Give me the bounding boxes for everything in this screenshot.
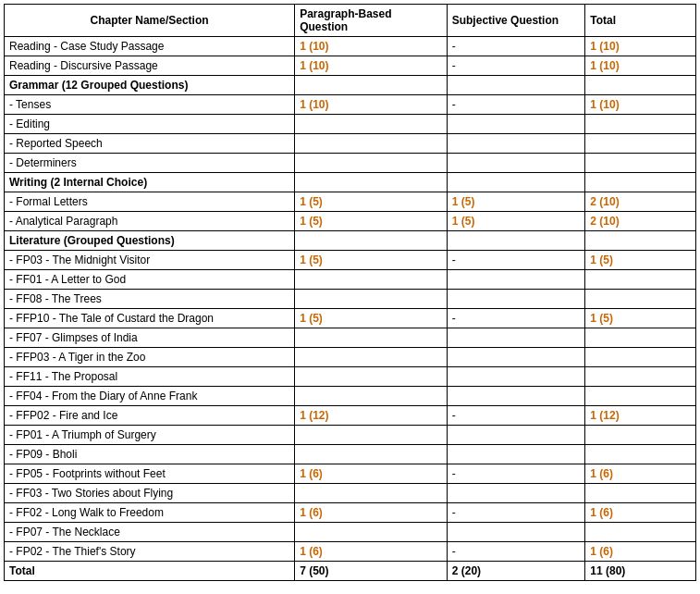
total-cell: 1 (5)	[585, 251, 696, 270]
table-row: Reading - Case Study Passage1 (10)-1 (10…	[5, 37, 696, 56]
subj-cell	[447, 270, 585, 290]
subj-cell: 1 (5)	[447, 212, 585, 231]
subj-cell: -	[447, 95, 585, 115]
total-cell	[585, 173, 696, 192]
subj-cell	[447, 290, 585, 309]
para-cell: 1 (10)	[295, 95, 448, 115]
table-row: - FF04 - From the Diary of Anne Frank	[5, 387, 696, 406]
para-cell	[295, 115, 448, 134]
table-row: - Reported Speech	[5, 134, 696, 154]
para-cell	[295, 484, 448, 503]
para-cell	[295, 173, 448, 192]
total-cell: 11 (80)	[585, 562, 696, 581]
chapter-cell: - FF08 - The Trees	[5, 290, 295, 309]
total-cell: 1 (10)	[585, 37, 696, 56]
para-cell: 1 (6)	[295, 542, 448, 562]
chapter-cell: - FP03 - The Midnight Visitor	[5, 251, 295, 270]
total-cell	[585, 270, 696, 290]
total-cell	[585, 134, 696, 154]
subj-cell	[447, 328, 585, 348]
total-cell: 1 (5)	[585, 309, 696, 328]
para-cell	[295, 367, 448, 387]
total-cell	[585, 76, 696, 95]
header-subj: Subjective Question	[447, 5, 585, 37]
para-cell	[295, 154, 448, 173]
subj-cell	[447, 367, 585, 387]
table-row: Literature (Grouped Questions)	[5, 231, 696, 251]
table-row: - FF08 - The Trees	[5, 290, 696, 309]
table-row: - Analytical Paragraph1 (5)1 (5)2 (10)	[5, 212, 696, 231]
para-cell	[295, 426, 448, 445]
header-total: Total	[585, 5, 696, 37]
total-cell: 1 (6)	[585, 542, 696, 562]
para-cell: 1 (10)	[295, 37, 448, 56]
table-row: Total7 (50)2 (20)11 (80)	[5, 562, 696, 581]
total-cell	[585, 231, 696, 251]
subj-cell	[447, 445, 585, 464]
chapter-cell: - FF07 - Glimpses of India	[5, 328, 295, 348]
para-cell: 1 (10)	[295, 56, 448, 76]
total-cell	[585, 426, 696, 445]
para-cell: 1 (5)	[295, 309, 448, 328]
table-row: - FP02 - The Thief's Story1 (6)-1 (6)	[5, 542, 696, 562]
total-cell	[585, 115, 696, 134]
total-cell: 2 (10)	[585, 192, 696, 212]
table-row: - Determiners	[5, 154, 696, 173]
subj-cell: -	[447, 406, 585, 426]
table-row: - FP03 - The Midnight Visitor1 (5)-1 (5)	[5, 251, 696, 270]
table-row: - FF02 - Long Walk to Freedom1 (6)-1 (6)	[5, 503, 696, 523]
subj-cell	[447, 76, 585, 95]
total-cell	[585, 348, 696, 367]
total-cell: 1 (12)	[585, 406, 696, 426]
para-cell	[295, 445, 448, 464]
chapter-cell: - FF11 - The Proposal	[5, 367, 295, 387]
table-row: - FP07 - The Necklace	[5, 523, 696, 542]
chapter-cell: - Tenses	[5, 95, 295, 115]
para-cell	[295, 387, 448, 406]
chapter-cell: - FP07 - The Necklace	[5, 523, 295, 542]
subj-cell	[447, 134, 585, 154]
chapter-cell: Writing (2 Internal Choice)	[5, 173, 295, 192]
header-row: Chapter Name/Section Paragraph-Based Que…	[5, 5, 696, 37]
total-cell	[585, 328, 696, 348]
chapter-cell: - FF01 - A Letter to God	[5, 270, 295, 290]
para-cell	[295, 290, 448, 309]
chapter-cell: - FP01 - A Triumph of Surgery	[5, 426, 295, 445]
table-row: - FF11 - The Proposal	[5, 367, 696, 387]
chapter-cell: - FP09 - Bholi	[5, 445, 295, 464]
table-row: Grammar (12 Grouped Questions)	[5, 76, 696, 95]
para-cell	[295, 270, 448, 290]
subj-cell: -	[447, 309, 585, 328]
subj-cell: -	[447, 37, 585, 56]
total-cell	[585, 290, 696, 309]
chapter-cell: - Determiners	[5, 154, 295, 173]
chapter-cell: - FFP10 - The Tale of Custard the Dragon	[5, 309, 295, 328]
subj-cell	[447, 426, 585, 445]
table-row: - Tenses1 (10)-1 (10)	[5, 95, 696, 115]
para-cell: 1 (5)	[295, 251, 448, 270]
total-cell: 1 (10)	[585, 56, 696, 76]
chapter-cell: - FFP03 - A Tiger in the Zoo	[5, 348, 295, 367]
total-cell: 1 (10)	[585, 95, 696, 115]
chapter-cell: Reading - Case Study Passage	[5, 37, 295, 56]
subj-cell: -	[447, 251, 585, 270]
total-cell	[585, 523, 696, 542]
chapter-cell: - FP02 - The Thief's Story	[5, 542, 295, 562]
total-cell	[585, 387, 696, 406]
subj-cell	[447, 484, 585, 503]
chapter-cell: - FF03 - Two Stories about Flying	[5, 484, 295, 503]
total-cell	[585, 445, 696, 464]
table-row: - Formal Letters1 (5)1 (5)2 (10)	[5, 192, 696, 212]
main-table: Chapter Name/Section Paragraph-Based Que…	[4, 4, 696, 581]
subj-cell	[447, 348, 585, 367]
chapter-cell: Literature (Grouped Questions)	[5, 231, 295, 251]
header-chapter: Chapter Name/Section	[5, 5, 295, 37]
table-row: Reading - Discursive Passage1 (10)-1 (10…	[5, 56, 696, 76]
chapter-cell: - Editing	[5, 115, 295, 134]
table-row: - FP05 - Footprints without Feet1 (6)-1 …	[5, 464, 696, 484]
para-cell: 1 (5)	[295, 192, 448, 212]
subj-cell: -	[447, 464, 585, 484]
subj-cell	[447, 523, 585, 542]
chapter-cell: - Formal Letters	[5, 192, 295, 212]
para-cell	[295, 76, 448, 95]
